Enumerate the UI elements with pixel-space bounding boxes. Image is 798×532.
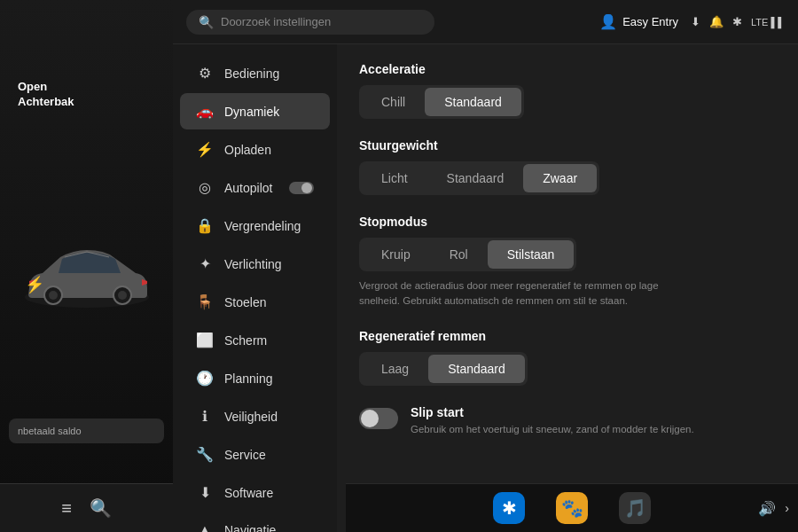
taskbar-app-2[interactable]: ✱ xyxy=(493,492,525,524)
slip-start-section: Slip start Gebruik om het voertuig uit s… xyxy=(359,405,776,436)
navigatie-icon: ▲ xyxy=(196,522,214,532)
svg-point-4 xyxy=(118,291,127,300)
stopmodus-title: Stopmodus xyxy=(359,215,776,229)
sidebar-item-label-verlichting: Verlichting xyxy=(224,257,282,271)
software-icon: ⬇ xyxy=(196,484,214,501)
chevron-right-icon[interactable]: › xyxy=(785,501,789,515)
slip-start-toggle[interactable] xyxy=(359,408,398,429)
autopilot-icon: ◎ xyxy=(196,179,214,196)
slip-start-description: Gebruik om het voertuig uit sneeuw, zand… xyxy=(411,422,776,436)
sidebar-item-label-autopilot: Autopilot xyxy=(224,181,272,195)
sidebar-item-navigatie[interactable]: ▲ Navigatie xyxy=(180,512,330,532)
search-icon: 🔍 xyxy=(199,15,214,29)
opladen-icon: ⚡ xyxy=(196,141,214,158)
main-area: 🔍 Doorzoek instellingen 👤 Easy Entry ⬇ 🔔… xyxy=(173,0,798,532)
verlichting-icon: ✦ xyxy=(196,255,214,272)
service-icon: 🔧 xyxy=(196,446,214,463)
search-container[interactable]: 🔍 Doorzoek instellingen xyxy=(186,10,434,35)
signal-icon: LTE ▌▌ xyxy=(751,17,785,27)
sidebar-item-dynamiek[interactable]: 🚗 Dynamiek xyxy=(180,93,330,129)
top-bar: 🔍 Doorzoek instellingen 👤 Easy Entry ⬇ 🔔… xyxy=(173,0,798,44)
sidebar-item-software[interactable]: ⬇ Software xyxy=(180,474,330,511)
sidebar-item-service[interactable]: 🔧 Service xyxy=(180,436,330,473)
option-btn-licht[interactable]: Licht xyxy=(362,164,427,192)
veiligheid-icon: ℹ xyxy=(196,408,214,425)
slip-start-title: Slip start xyxy=(411,405,776,419)
acceleratie-button-group: ChillStandaard xyxy=(359,85,524,119)
regeneratief-section: Regeneratief remmen LaagStandaard xyxy=(359,329,776,386)
slip-start-label: Slip start Gebruik om het voertuig uit s… xyxy=(411,405,776,436)
easy-entry-label: Easy Entry xyxy=(622,15,678,28)
acceleratie-title: Acceleratie xyxy=(359,62,776,76)
bottom-taskbar: ✱🐾🎵🔊 › xyxy=(346,483,798,532)
sidebar-item-bediening[interactable]: ⚙ Bediening xyxy=(180,55,330,91)
option-btn-standaard[interactable]: Standaard xyxy=(427,164,524,192)
scherm-icon: ⬜ xyxy=(196,332,214,348)
sidebar-item-scherm[interactable]: ⬜ Scherm xyxy=(180,322,330,358)
bluetooth-icon[interactable]: ✱ xyxy=(732,15,742,28)
sidebar-item-label-navigatie: Navigatie xyxy=(224,523,276,532)
vergrendeling-icon: 🔒 xyxy=(196,217,214,234)
option-btn-laag[interactable]: Laag xyxy=(362,355,428,383)
unbetaald-saldo[interactable]: nbetaald saldo xyxy=(9,419,164,443)
option-btn-rol[interactable]: Rol xyxy=(430,240,488,269)
option-btn-stilstaan[interactable]: Stilstaan xyxy=(488,240,575,269)
planning-icon: 🕐 xyxy=(196,370,214,387)
sidebar-item-label-opladen: Opladen xyxy=(224,143,271,157)
sidebar-item-label-planning: Planning xyxy=(224,372,273,386)
top-bar-right: 👤 Easy Entry ⬇ 🔔 ✱ LTE ▌▌ xyxy=(599,13,785,30)
left-panel: Open Achterbak ⚡ nbetaald saldo ≡ 🔍 xyxy=(0,0,173,532)
open-achterbak-label[interactable]: Open Achterbak xyxy=(18,80,74,110)
easy-entry-button[interactable]: 👤 Easy Entry xyxy=(599,13,678,30)
taskbar-app-1[interactable]: 🐾 xyxy=(556,492,588,524)
stuurgewicht-title: Stuurgewicht xyxy=(359,138,776,153)
sidebar-item-label-vergrendeling: Vergrendeling xyxy=(224,219,301,233)
sidebar-item-verlichting[interactable]: ✦ Verlichting xyxy=(180,246,330,282)
option-btn-standaard[interactable]: Standaard xyxy=(428,355,525,383)
svg-point-2 xyxy=(49,291,58,300)
bell-icon[interactable]: 🔔 xyxy=(709,15,724,28)
stoelen-icon: 🪑 xyxy=(196,293,214,310)
sidebar-item-label-dynamiek: Dynamiek xyxy=(224,105,279,119)
volume-icon[interactable]: 🔊 xyxy=(758,500,776,517)
sidebar-item-label-scherm: Scherm xyxy=(224,333,267,348)
sidebar-item-label-software: Software xyxy=(224,486,273,500)
bottom-taskbar-left: ≡ 🔍 xyxy=(0,483,173,532)
search-placeholder: Doorzoek instellingen xyxy=(221,15,331,28)
option-btn-standaard[interactable]: Standaard xyxy=(425,88,521,116)
stopmodus-description: Vergroot de actieradius door meer regene… xyxy=(359,278,696,309)
status-icons: ⬇ 🔔 ✱ LTE ▌▌ xyxy=(691,15,785,28)
menu-icon[interactable]: ≡ xyxy=(61,498,72,519)
content-area: ⚙ Bediening 🚗 Dynamiek ⚡ Opladen ◎ Autop… xyxy=(173,44,798,532)
search-taskbar-icon[interactable]: 🔍 xyxy=(90,497,112,519)
toggle-knob xyxy=(361,410,379,427)
option-btn-zwaar[interactable]: Zwaar xyxy=(523,164,597,192)
bediening-icon: ⚙ xyxy=(196,65,214,82)
download-icon[interactable]: ⬇ xyxy=(691,15,700,28)
sidebar-item-label-service: Service xyxy=(224,448,266,462)
sidebar-item-planning[interactable]: 🕐 Planning xyxy=(180,360,330,396)
lightning-icon: ⚡ xyxy=(25,275,44,294)
sidebar-item-opladen[interactable]: ⚡ Opladen xyxy=(180,131,330,168)
regeneratief-title: Regeneratief remmen xyxy=(359,329,776,343)
stopmodus-section: Stopmodus KruipRolStilstaan Vergroot de … xyxy=(359,215,776,309)
sidebar-item-label-bediening: Bediening xyxy=(224,66,279,81)
sidebar-item-veiligheid[interactable]: ℹ Veiligheid xyxy=(180,398,330,434)
stuurgewicht-section: Stuurgewicht LichtStandaardZwaar xyxy=(359,138,776,195)
sidebar-item-label-stoelen: Stoelen xyxy=(224,295,266,309)
regeneratief-button-group: LaagStandaard xyxy=(359,352,528,386)
option-btn-chill[interactable]: Chill xyxy=(362,88,425,116)
taskbar-app-0[interactable]: 🎵 xyxy=(619,492,651,524)
sidebar-item-autopilot[interactable]: ◎ Autopilot xyxy=(180,169,330,206)
acceleratie-section: Acceleratie ChillStandaard xyxy=(359,62,776,119)
sidebar-nav: ⚙ Bediening 🚗 Dynamiek ⚡ Opladen ◎ Autop… xyxy=(173,44,337,532)
settings-panel: Acceleratie ChillStandaard Stuurgewicht … xyxy=(337,44,798,532)
stuurgewicht-button-group: LichtStandaardZwaar xyxy=(359,161,599,195)
stopmodus-button-group: KruipRolStilstaan xyxy=(359,238,576,271)
slip-start-toggle-row: Slip start Gebruik om het voertuig uit s… xyxy=(359,405,776,436)
sidebar-item-label-veiligheid: Veiligheid xyxy=(224,410,278,424)
option-btn-kruip[interactable]: Kruip xyxy=(362,240,430,269)
dynamiek-icon: 🚗 xyxy=(196,103,214,120)
sidebar-item-vergrendeling[interactable]: 🔒 Vergrendeling xyxy=(180,207,330,244)
sidebar-item-stoelen[interactable]: 🪑 Stoelen xyxy=(180,284,330,320)
